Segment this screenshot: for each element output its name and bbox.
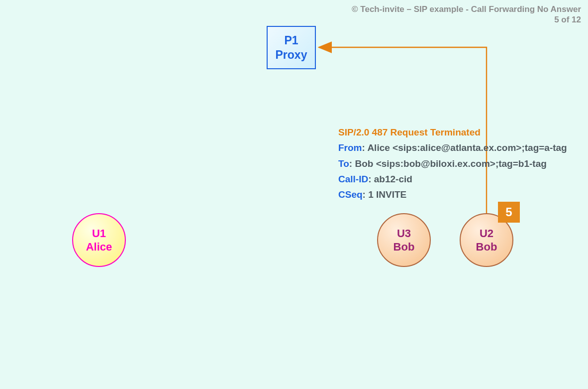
sip-status-line: SIP/2.0 487 Request Terminated — [338, 125, 567, 140]
node-u3-bob: U3 Bob — [377, 213, 431, 267]
diagram-header: © Tech-invite – SIP example - Call Forwa… — [352, 4, 581, 25]
sip-header-cseq: CSeq: 1 INVITE — [338, 187, 567, 202]
sip-header-cseq-label: CSeq — [338, 189, 363, 200]
sip-message: SIP/2.0 487 Request Terminated From: Ali… — [338, 125, 567, 203]
sip-header-from-value: : Alice <sips:alice@atlanta.ex.com>;tag=… — [362, 142, 567, 153]
node-u3-id: U3 — [397, 227, 411, 241]
proxy-role: Proxy — [276, 48, 307, 62]
sip-header-from-label: From — [338, 142, 362, 153]
step-number: 5 — [505, 205, 512, 219]
proxy-node: P1 Proxy — [267, 26, 316, 69]
node-alice: U1 Alice — [72, 213, 126, 267]
node-alice-name: Alice — [86, 240, 112, 254]
sip-header-to: To: Bob <sips:bob@biloxi.ex.com>;tag=b1-… — [338, 156, 567, 171]
proxy-id: P1 — [284, 33, 298, 48]
sip-header-to-label: To — [338, 158, 349, 169]
node-alice-id: U1 — [92, 227, 106, 241]
sip-header-callid: Call-ID: ab12-cid — [338, 171, 567, 187]
node-u2-name: Bob — [476, 240, 497, 254]
node-u3-name: Bob — [393, 240, 415, 254]
sip-header-cseq-value: : 1 INVITE — [363, 189, 407, 200]
sip-header-from: From: Alice <sips:alice@atlanta.ex.com>;… — [338, 140, 567, 155]
sip-header-callid-label: Call-ID — [338, 174, 368, 184]
sip-header-callid-value: : ab12-cid — [368, 174, 412, 184]
step-badge: 5 — [498, 202, 520, 223]
header-title: © Tech-invite – SIP example - Call Forwa… — [352, 4, 581, 14]
node-u2-id: U2 — [480, 227, 493, 241]
sip-header-to-value: : Bob <sips:bob@biloxi.ex.com>;tag=b1-ta… — [349, 158, 547, 169]
header-page: 5 of 12 — [352, 14, 581, 25]
